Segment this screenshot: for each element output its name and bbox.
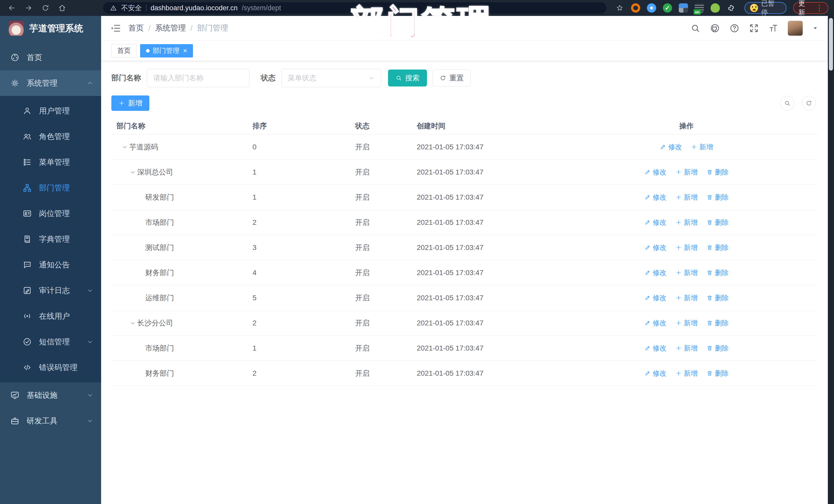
row-action-edit[interactable]: 修改 <box>644 193 667 202</box>
sidebar-item-sms[interactable]: 短信管理 <box>0 329 101 355</box>
refresh-table-button[interactable] <box>802 96 816 110</box>
ext-icon-green-check[interactable]: ✓ <box>663 3 672 13</box>
ext-icon-orange-ring[interactable] <box>631 3 640 13</box>
browser-home-icon[interactable] <box>56 2 68 14</box>
tab-home[interactable]: 首页 <box>111 44 136 58</box>
row-action-edit[interactable]: 修改 <box>644 168 667 177</box>
collapse-sidebar-icon[interactable] <box>110 23 121 34</box>
browser-forward-icon[interactable] <box>22 2 35 14</box>
sidebar-item-infra[interactable]: 基础设施 <box>0 382 101 408</box>
dept-table: 部门名称排序状态创建时间操作 芋道源码0开启2021-01-05 17:03:4… <box>111 117 817 386</box>
sidebar-item-user[interactable]: 用户管理 <box>0 98 101 124</box>
row-action-edit[interactable]: 修改 <box>644 369 667 378</box>
row-action-delete[interactable]: 删除 <box>706 319 729 328</box>
row-action-delete[interactable]: 删除 <box>706 168 729 177</box>
edit-pen-icon <box>660 144 666 150</box>
row-action-delete[interactable]: 删除 <box>706 293 729 303</box>
reset-button[interactable]: 重置 <box>433 69 470 86</box>
ext-icon-switch[interactable]: on <box>695 3 704 13</box>
row-action-edit[interactable]: 修改 <box>644 319 667 328</box>
plus-icon <box>675 269 682 276</box>
book-icon <box>23 235 32 244</box>
hide-search-button[interactable] <box>780 96 794 110</box>
row-action-add[interactable]: 新增 <box>675 243 698 252</box>
row-action-edit[interactable]: 修改 <box>644 243 667 252</box>
row-action-delete[interactable]: 删除 <box>706 218 729 227</box>
row-action-delete[interactable]: 删除 <box>706 268 729 278</box>
font-size-icon[interactable] <box>768 23 778 34</box>
close-tab-icon[interactable]: × <box>183 47 187 54</box>
row-action-delete[interactable]: 删除 <box>706 243 729 252</box>
sidebar-item-audit-log[interactable]: 审计日志 <box>0 278 101 303</box>
breadcrumb-item[interactable]: 系统管理 <box>155 23 186 34</box>
sidebar-item-label: 错误码管理 <box>39 363 93 373</box>
bookmark-star-icon[interactable] <box>614 2 625 14</box>
address-bar[interactable]: 不安全 dashboard.yudao.iocoder.cn/system/de… <box>103 2 607 14</box>
tab-dept[interactable]: 部门管理× <box>140 44 193 58</box>
row-action-add[interactable]: 新增 <box>675 293 698 303</box>
trash-icon <box>706 269 713 276</box>
row-actions: 修改新增 <box>555 143 817 152</box>
user-avatar[interactable] <box>788 21 803 36</box>
row-action-edit[interactable]: 修改 <box>644 268 667 278</box>
search-icon[interactable] <box>690 23 701 34</box>
status-select[interactable]: 菜单状态 <box>281 69 381 87</box>
sidebar-item-post[interactable]: 岗位管理 <box>0 201 101 226</box>
app-logo-block[interactable]: 芋道管理系统 <box>0 16 101 41</box>
sidebar-item-dict[interactable]: 字典管理 <box>0 226 101 252</box>
avatar-caret-down-icon[interactable] <box>812 25 819 31</box>
sidebar-item-system[interactable]: 系统管理 <box>0 70 101 96</box>
expand-row-icon[interactable] <box>130 169 137 175</box>
row-action-add[interactable]: 新增 <box>675 344 698 353</box>
help-icon[interactable] <box>729 23 740 34</box>
magnifier-icon <box>784 100 791 107</box>
ext-icon-grid[interactable] <box>679 3 688 13</box>
row-action-add[interactable]: 新增 <box>675 193 698 202</box>
row-action-add[interactable]: 新增 <box>675 268 698 278</box>
row-action-delete[interactable]: 删除 <box>706 193 729 202</box>
extensions-puzzle-icon[interactable] <box>726 3 736 13</box>
row-action-edit[interactable]: 修改 <box>660 143 682 152</box>
row-action-delete[interactable]: 删除 <box>706 344 729 353</box>
row-action-edit[interactable]: 修改 <box>644 293 667 303</box>
row-action-add[interactable]: 新增 <box>675 319 698 328</box>
trash-icon <box>706 370 713 376</box>
browser-update-button[interactable]: 更新 ⋮ <box>793 2 828 14</box>
row-action-edit[interactable]: 修改 <box>644 218 667 227</box>
ext-icon-green[interactable] <box>710 3 720 13</box>
sidebar-item-role[interactable]: 角色管理 <box>0 124 101 149</box>
browser-back-icon[interactable] <box>6 2 18 14</box>
sidebar-item-online-user[interactable]: 在线用户 <box>0 303 101 329</box>
page-scrollbar[interactable] <box>828 16 834 504</box>
dept-name-input[interactable]: 请输入部门名称 <box>147 69 249 87</box>
chevron-up-icon <box>87 80 93 86</box>
fullscreen-icon[interactable] <box>749 23 759 34</box>
breadcrumb-item[interactable]: 首页 <box>128 23 144 34</box>
row-action-add[interactable]: 新增 <box>675 218 698 227</box>
browser-reload-icon[interactable] <box>39 2 51 14</box>
github-icon[interactable] <box>710 23 720 34</box>
search-button[interactable]: 搜索 <box>388 69 427 86</box>
expand-row-icon[interactable] <box>122 144 129 150</box>
row-action-add[interactable]: 新增 <box>691 143 713 152</box>
row-action-add[interactable]: 新增 <box>675 369 698 378</box>
sidebar-item-menu[interactable]: 菜单管理 <box>0 149 101 175</box>
sidebar-item-dept[interactable]: 部门管理 <box>0 175 101 201</box>
sidebar-item-label: 审计日志 <box>39 285 80 296</box>
row-action-add[interactable]: 新增 <box>675 168 698 177</box>
paused-extension-pill[interactable]: 已暂停 <box>744 2 787 14</box>
row-action-delete[interactable]: 删除 <box>706 369 729 378</box>
sidebar-item-dev-tools[interactable]: 研发工具 <box>0 408 101 434</box>
sidebar-item-error-code[interactable]: 错误码管理 <box>0 355 101 380</box>
sidebar-item-label: 用户管理 <box>39 106 93 116</box>
ext-icon-blue-pin[interactable] <box>647 3 656 13</box>
browser-menu-dots-icon[interactable]: ⋮ <box>815 4 823 12</box>
browser-toolbar: 不安全 dashboard.yudao.iocoder.cn/system/de… <box>0 0 834 16</box>
row-action-edit[interactable]: 修改 <box>644 344 667 353</box>
add-dept-button[interactable]: 新增 <box>111 95 149 111</box>
expand-row-icon[interactable] <box>130 320 137 326</box>
scrollbar-thumb[interactable] <box>829 18 833 70</box>
sidebar-item-notice[interactable]: 通知公告 <box>0 252 101 278</box>
sidebar-item-home[interactable]: 首页 <box>0 45 101 70</box>
dept-name: 市场部门 <box>145 343 174 353</box>
